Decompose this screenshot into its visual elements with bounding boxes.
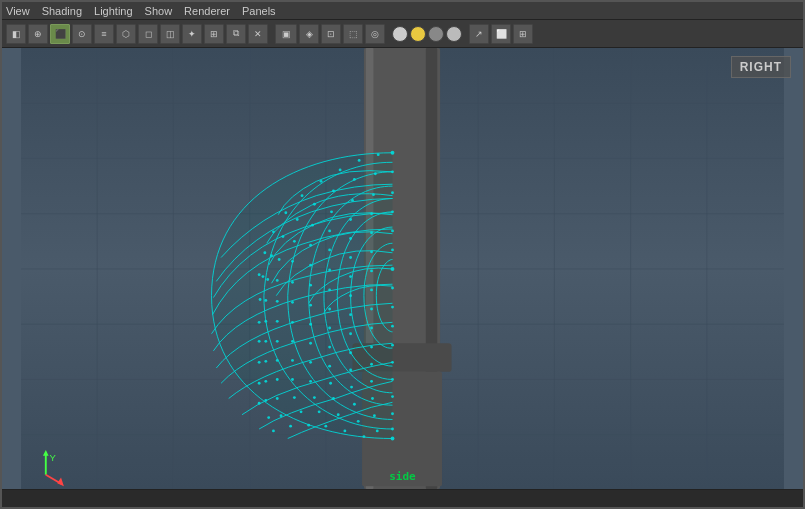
svg-point-34 (374, 172, 377, 175)
svg-point-42 (391, 191, 394, 194)
svg-point-39 (282, 235, 285, 238)
svg-point-138 (391, 412, 394, 415)
toolbar-btn-b[interactable]: ◈ (299, 24, 319, 44)
svg-point-67 (264, 320, 267, 323)
menu-show[interactable]: Show (145, 5, 173, 17)
svg-point-30 (272, 230, 275, 233)
svg-point-73 (309, 284, 312, 287)
svg-point-145 (391, 437, 395, 441)
svg-point-41 (262, 275, 265, 278)
toolbar-btn-c[interactable]: ⊡ (321, 24, 341, 44)
svg-point-107 (328, 346, 331, 349)
toolbar-btn-star[interactable]: ✦ (182, 24, 202, 44)
svg-point-141 (343, 429, 346, 432)
svg-point-111 (267, 416, 270, 419)
svg-point-119 (272, 429, 275, 432)
menu-renderer[interactable]: Renderer (184, 5, 230, 17)
toolbar-btn-pivot[interactable]: ⊞ (204, 24, 224, 44)
svg-point-118 (280, 414, 283, 417)
svg-point-93 (276, 359, 279, 362)
svg-point-140 (357, 420, 360, 423)
svg-point-81 (328, 289, 331, 292)
svg-point-90 (328, 308, 331, 311)
toolbar-btn-box[interactable]: ⬜ (491, 24, 511, 44)
svg-point-49 (266, 278, 269, 281)
toolbar-circle-white[interactable] (392, 26, 408, 42)
toolbar-btn-d[interactable]: ⬚ (343, 24, 363, 44)
svg-point-80 (349, 275, 352, 278)
svg-point-128 (370, 380, 373, 383)
svg-point-53 (349, 218, 352, 221)
menu-view[interactable]: View (6, 5, 30, 17)
svg-point-99 (328, 327, 331, 330)
toolbar-btn-share[interactable]: ⊞ (513, 24, 533, 44)
svg-point-133 (391, 395, 394, 398)
svg-point-142 (391, 428, 394, 431)
svg-point-84 (276, 340, 279, 343)
toolbar-btn-arrow[interactable]: ↗ (469, 24, 489, 44)
menu-lighting[interactable]: Lighting (94, 5, 133, 17)
toolbar-circle-silver[interactable] (446, 26, 462, 42)
svg-point-110 (276, 397, 279, 400)
menu-shading[interactable]: Shading (42, 5, 82, 17)
viewport[interactable]: Y RIGHT side (2, 48, 803, 489)
svg-point-62 (349, 237, 352, 240)
toolbar-btn-snap[interactable]: ≡ (94, 24, 114, 44)
svg-point-144 (362, 435, 365, 438)
toolbar-btn-grid[interactable]: ⧉ (226, 24, 246, 44)
svg-point-102 (276, 378, 279, 381)
toolbar-circle-grey[interactable] (428, 26, 444, 42)
svg-point-95 (258, 402, 261, 405)
svg-point-33 (391, 170, 394, 173)
svg-point-64 (309, 264, 312, 267)
toolbar-btn-select[interactable]: ◧ (6, 24, 26, 44)
toolbar-btn-poly[interactable]: ⬛ (50, 24, 70, 44)
toolbar-btn-e[interactable]: ◎ (365, 24, 385, 44)
toolbar-btn-paint[interactable]: ⊙ (72, 24, 92, 44)
viewport-scene: Y (2, 48, 803, 489)
toolbar: ◧ ⊕ ⬛ ⊙ ≡ ⬡ ◻ ◫ ✦ ⊞ ⧉ ✕ ▣ ◈ ⊡ ⬚ ◎ ↗ ⬜ ⊞ (2, 20, 803, 48)
svg-point-70 (370, 250, 373, 253)
svg-point-25 (358, 159, 361, 162)
svg-point-69 (391, 248, 394, 251)
svg-point-127 (391, 378, 394, 381)
svg-point-105 (370, 327, 373, 330)
svg-point-61 (370, 231, 373, 234)
svg-point-136 (337, 413, 340, 416)
toolbar-circle-yellow[interactable] (410, 26, 426, 42)
svg-point-135 (353, 403, 356, 406)
svg-point-51 (391, 210, 394, 213)
svg-point-50 (259, 298, 262, 301)
svg-point-63 (328, 248, 331, 251)
svg-point-35 (353, 178, 356, 181)
toolbar-btn-mesh[interactable]: ⬡ (116, 24, 136, 44)
svg-point-124 (313, 396, 316, 399)
menu-panels[interactable]: Panels (242, 5, 276, 17)
svg-point-37 (313, 203, 316, 206)
svg-point-60 (391, 229, 394, 232)
svg-point-27 (320, 180, 323, 183)
svg-point-82 (309, 304, 312, 307)
svg-point-116 (309, 380, 312, 383)
svg-point-29 (284, 211, 287, 214)
svg-point-68 (258, 340, 261, 343)
svg-point-97 (370, 308, 373, 311)
svg-point-58 (264, 299, 267, 302)
svg-point-46 (311, 224, 314, 227)
toolbar-btn-face[interactable]: ◻ (138, 24, 158, 44)
svg-point-44 (351, 199, 354, 202)
svg-text:Y: Y (50, 452, 57, 463)
svg-point-77 (258, 361, 261, 364)
svg-point-113 (370, 346, 373, 349)
svg-point-74 (291, 301, 294, 304)
svg-point-28 (301, 194, 304, 197)
svg-point-26 (339, 168, 342, 171)
toolbar-btn-x[interactable]: ✕ (248, 24, 268, 44)
toolbar-btn-a[interactable]: ▣ (275, 24, 297, 44)
svg-point-91 (309, 323, 312, 326)
svg-point-120 (391, 361, 394, 364)
toolbar-btn-lasso[interactable]: ⊕ (28, 24, 48, 44)
toolbar-btn-edge[interactable]: ◫ (160, 24, 180, 44)
svg-point-23 (391, 151, 395, 155)
svg-point-85 (264, 360, 267, 363)
